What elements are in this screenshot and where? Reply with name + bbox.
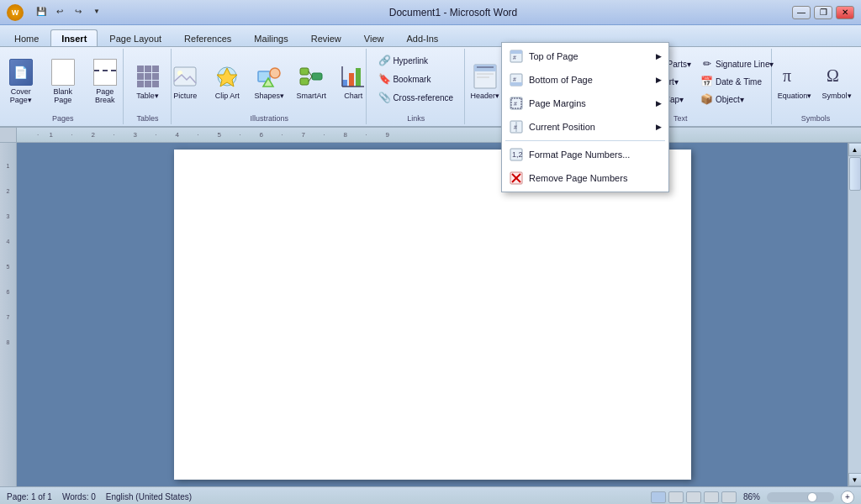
object-button[interactable]: 📦 Object▾ <box>697 91 779 108</box>
header-button[interactable]: Header▾ <box>465 54 505 109</box>
ruler-corner[interactable] <box>0 128 17 143</box>
close-button[interactable]: ✕ <box>836 6 854 19</box>
tab-insert[interactable]: Insert <box>50 29 98 46</box>
zoom-thumb[interactable] <box>807 492 817 502</box>
tables-buttons: Table▾ <box>128 50 168 113</box>
svg-rect-37 <box>510 82 522 86</box>
links-group-label: Links <box>407 113 425 123</box>
date-time-icon: 📅 <box>701 76 713 87</box>
clip-art-button[interactable]: Clip Art <box>207 54 247 109</box>
zoom-in-button[interactable]: + <box>841 491 854 504</box>
language: English (United States) <box>106 492 192 501</box>
menu-item-remove-page-numbers[interactable]: Remove Page Numbers <box>502 166 668 190</box>
svg-text:Ω: Ω <box>827 66 839 85</box>
scroll-down-button[interactable]: ▼ <box>848 473 862 486</box>
save-quick-btn[interactable]: 💾 <box>34 4 49 19</box>
cross-reference-button[interactable]: 📎 Cross-reference <box>374 89 457 106</box>
symbol-icon: Ω <box>823 63 850 90</box>
bookmark-button[interactable]: 🔖 Bookmark <box>374 71 435 87</box>
picture-button[interactable]: Picture <box>165 54 205 109</box>
remove-page-numbers-icon <box>509 171 524 186</box>
restore-button[interactable]: ❐ <box>814 6 832 19</box>
svg-rect-13 <box>349 73 354 87</box>
tab-review[interactable]: Review <box>300 29 352 46</box>
app-icon: W <box>7 4 24 21</box>
zoom-slider[interactable] <box>767 492 834 502</box>
vertical-scrollbar[interactable]: ▲ ▼ <box>848 143 861 486</box>
menu-item-current-position[interactable]: # Current Position ▶ <box>502 115 668 139</box>
window-title: Document1 - Microsoft Word <box>114 7 792 18</box>
window-controls: — ❐ ✕ <box>792 6 854 19</box>
scroll-track[interactable] <box>848 156 861 473</box>
full-screen-btn[interactable] <box>668 491 684 503</box>
quick-access-toolbar: W 💾 ↩ ↪ ▼ <box>7 4 104 21</box>
outline-btn[interactable] <box>704 491 719 503</box>
bottom-of-page-label: Bottom of Page <box>529 75 593 85</box>
document-page[interactable] <box>174 150 691 480</box>
header-icon <box>472 63 499 90</box>
cross-reference-label: Cross-reference <box>393 93 453 102</box>
equation-button[interactable]: π Equation▾ <box>774 54 815 109</box>
web-layout-btn[interactable] <box>686 491 701 503</box>
svg-text:#: # <box>514 101 517 107</box>
ruler-num-5: 5 <box>0 264 16 289</box>
ribbon-group-pages: 📄 Cover Page▾ Blank Page Page Break Page <box>3 49 124 124</box>
ruler-num-2: 2 <box>0 188 16 213</box>
ruler-num-3: 3 <box>0 213 16 239</box>
page-break-label: Page Break <box>87 87 123 104</box>
minimize-button[interactable]: — <box>792 6 811 19</box>
redo-quick-btn[interactable]: ↪ <box>71 4 86 19</box>
top-of-page-arrow: ▶ <box>656 52 662 60</box>
tab-home[interactable]: Home <box>3 29 50 46</box>
symbol-button[interactable]: Ω Symbol▾ <box>816 54 857 109</box>
print-layout-btn[interactable] <box>651 491 666 503</box>
text-small-buttons2: ✏ Signature Line▾ 📅 Date & Time 📦 Object… <box>697 55 779 108</box>
ribbon-tabs: Home Insert Page Layout References Maili… <box>0 25 861 47</box>
menu-item-format-page-numbers[interactable]: 1,2 Format Page Numbers... <box>502 143 668 166</box>
svg-rect-34 <box>510 50 522 54</box>
signature-line-button[interactable]: ✏ Signature Line▾ <box>697 55 779 72</box>
ruler-num-4: 4 <box>0 239 16 264</box>
menu-item-page-margins[interactable]: # Page Margins ▶ <box>502 92 668 115</box>
shapes-button[interactable]: Shapes▾ <box>249 54 289 109</box>
tab-mailings[interactable]: Mailings <box>243 29 298 46</box>
ruler-num-6: 6 <box>0 289 16 314</box>
tab-view[interactable]: View <box>353 29 395 46</box>
tab-page-layout[interactable]: Page Layout <box>98 29 172 46</box>
table-button[interactable]: Table▾ <box>128 54 168 109</box>
page-info: Page: 1 of 1 <box>7 492 52 501</box>
menu-item-bottom-of-page[interactable]: # Bottom of Page ▶ <box>502 68 668 92</box>
svg-text:π: π <box>783 66 791 85</box>
hyperlink-button[interactable]: 🔗 Hyperlink <box>374 52 432 69</box>
pages-buttons: 📄 Cover Page▾ Blank Page Page Break <box>1 50 125 113</box>
smartart-button[interactable]: SmartArt <box>291 54 331 109</box>
date-time-button[interactable]: 📅 Date & Time <box>697 73 779 90</box>
current-position-arrow: ▶ <box>656 123 662 131</box>
menu-item-top-of-page[interactable]: # Top of Page ▶ <box>502 45 668 68</box>
object-label: Object▾ <box>716 95 744 104</box>
document-area[interactable] <box>17 143 848 486</box>
picture-icon <box>172 63 198 90</box>
customize-quick-btn[interactable]: ▼ <box>89 4 104 19</box>
symbols-buttons: π Equation▾ Ω Symbol▾ <box>774 50 857 113</box>
svg-point-5 <box>270 68 280 78</box>
svg-rect-14 <box>356 68 361 87</box>
bottom-of-page-icon: # <box>509 72 524 87</box>
blank-page-label: Blank Page <box>45 87 81 104</box>
page-break-button[interactable]: Page Break <box>85 54 125 109</box>
svg-rect-12 <box>342 80 347 87</box>
undo-quick-btn[interactable]: ↩ <box>52 4 67 19</box>
scroll-up-button[interactable]: ▲ <box>848 143 862 156</box>
scroll-thumb[interactable] <box>849 157 861 191</box>
tab-add-ins[interactable]: Add-Ins <box>395 29 449 46</box>
cover-page-label: Cover Page▾ <box>3 87 39 104</box>
zoom-percent: 86% <box>743 492 760 501</box>
tab-references[interactable]: References <box>173 29 242 46</box>
draft-btn[interactable] <box>721 491 737 503</box>
svg-text:#: # <box>514 124 517 130</box>
tables-group-label: Tables <box>137 113 159 123</box>
blank-page-button[interactable]: Blank Page <box>43 54 83 109</box>
horizontal-ruler: · 1 · 2 · 3 · 4 · 5 · 6 · 7 · 8 · 9 <box>0 128 861 143</box>
svg-rect-7 <box>300 68 309 75</box>
cover-page-button[interactable]: 📄 Cover Page▾ <box>1 54 41 109</box>
